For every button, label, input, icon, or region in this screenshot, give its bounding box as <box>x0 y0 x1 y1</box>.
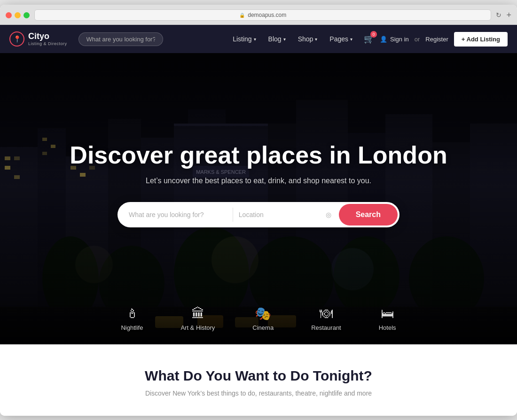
location-input-wrap: ◎ <box>233 211 337 218</box>
add-listing-button[interactable]: + Add Listing <box>454 32 508 47</box>
register-link[interactable]: Register <box>425 36 448 43</box>
traffic-lights <box>6 12 30 18</box>
hero-subtitle: Let’s uncover the best places to eat, dr… <box>9 177 508 185</box>
chevron-down-icon: ▾ <box>283 37 286 42</box>
minimize-button[interactable] <box>15 12 21 18</box>
nav-item-shop[interactable]: Shop ▾ <box>292 31 323 47</box>
logo-name: Cityo <box>28 32 67 41</box>
nav-actions: 🛒 0 👤 Sign in or Register + Add Listing <box>364 32 508 47</box>
cinema-icon: 🎭 <box>255 307 271 320</box>
hotels-icon: 🛏 <box>381 307 394 320</box>
nav-item-pages[interactable]: Pages ▾ <box>324 31 358 47</box>
lock-icon: 🔒 <box>239 13 245 18</box>
bottom-subtitle: Discover New York’s best things to do, r… <box>9 389 508 397</box>
category-cinema-label: Cinema <box>252 324 274 331</box>
logo-icon: 📍 <box>9 31 24 47</box>
nightlife-icon: 🕯 <box>125 307 139 320</box>
gps-icon: ◎ <box>326 211 331 218</box>
or-text: or <box>415 36 420 43</box>
bottom-section: What Do You Want to Do Tonight? Discover… <box>0 344 517 416</box>
maximize-button[interactable] <box>24 12 30 18</box>
nav-menu: Listing ▾ Blog ▾ Shop ▾ Pages ▾ <box>227 31 358 47</box>
browser-chrome: 🔒 demoapus.com ↻ + <box>0 5 517 25</box>
cart-button[interactable]: 🛒 0 <box>364 34 374 44</box>
nav-item-listing[interactable]: Listing ▾ <box>227 31 261 47</box>
category-cinema[interactable]: 🎭 Cinema <box>252 307 274 331</box>
search-location-input[interactable] <box>239 211 324 218</box>
logo-subtitle: Listing & Directory <box>28 41 67 46</box>
hero-content: Discover great places in London Let’s un… <box>0 142 517 227</box>
art-history-icon: 🏛 <box>191 307 204 320</box>
hero-section: MARKS & SPENCER <box>0 53 517 344</box>
category-hotels-label: Hotels <box>379 324 396 331</box>
category-restaurant[interactable]: 🍽 Restaurant <box>311 307 341 331</box>
search-button[interactable]: Search <box>339 204 398 226</box>
bottom-title: What Do You Want to Do Tonight? <box>9 368 508 384</box>
chevron-down-icon: ▾ <box>350 37 352 42</box>
search-bar: ◎ Search <box>118 202 400 227</box>
category-art-history[interactable]: 🏛 Art & History <box>180 307 215 331</box>
search-what-input[interactable] <box>118 203 233 226</box>
chevron-down-icon: ▾ <box>315 37 317 42</box>
logo[interactable]: 📍 Cityo Listing & Directory <box>9 31 67 47</box>
chevron-down-icon: ▾ <box>254 37 256 42</box>
signin-link[interactable]: 👤 Sign in <box>380 36 409 43</box>
nav-search-input[interactable] <box>78 32 163 46</box>
user-icon: 👤 <box>380 36 387 43</box>
logo-text: Cityo Listing & Directory <box>28 32 67 46</box>
address-bar[interactable]: 🔒 demoapus.com <box>34 9 491 21</box>
category-restaurant-label: Restaurant <box>311 324 341 331</box>
category-nightlife-label: Nightlife <box>121 324 143 331</box>
restaurant-icon: 🍽 <box>320 307 333 320</box>
category-hotels[interactable]: 🛏 Hotels <box>379 307 396 331</box>
close-button[interactable] <box>6 12 12 18</box>
nav-link-shop[interactable]: Shop ▾ <box>292 31 323 47</box>
nav-item-blog[interactable]: Blog ▾ <box>263 31 291 47</box>
nav-link-listing[interactable]: Listing ▾ <box>227 31 261 47</box>
cart-badge: 0 <box>370 31 377 38</box>
categories-bar: 🕯 Nightlife 🏛 Art & History 🎭 Cinema 🍽 R… <box>0 298 517 344</box>
nav-link-blog[interactable]: Blog ▾ <box>263 31 291 47</box>
hero-title: Discover great places in London <box>9 142 508 169</box>
category-nightlife[interactable]: 🕯 Nightlife <box>121 307 143 331</box>
navbar: 📍 Cityo Listing & Directory Listing ▾ Bl… <box>0 25 517 53</box>
new-tab-button[interactable]: + <box>506 10 511 20</box>
category-art-history-label: Art & History <box>180 324 215 331</box>
nav-link-pages[interactable]: Pages ▾ <box>324 31 358 47</box>
url-text: demoapus.com <box>248 12 286 18</box>
browser-window: 🔒 demoapus.com ↻ + 📍 Cityo Listing & Dir… <box>0 5 517 416</box>
refresh-button[interactable]: ↻ <box>496 11 501 19</box>
